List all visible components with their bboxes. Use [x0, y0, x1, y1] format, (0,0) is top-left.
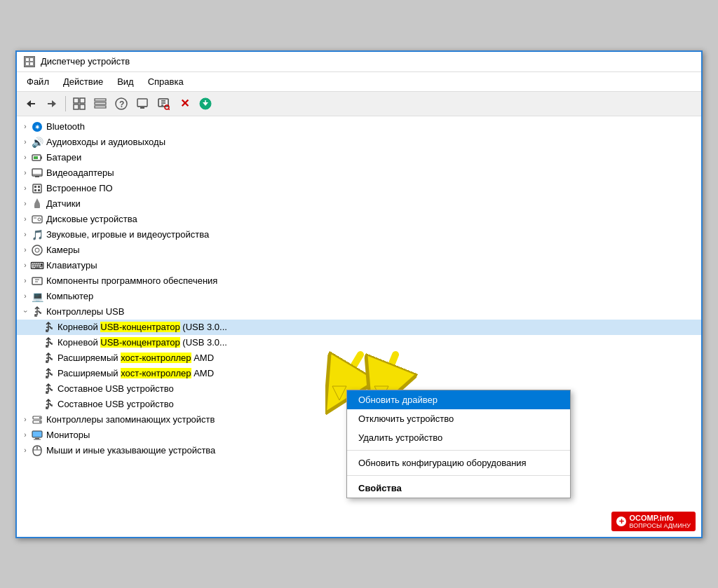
svg-point-52	[39, 421, 41, 423]
tree-label-amd-xhci2: Расширяемый хост-контроллер AMD	[57, 368, 214, 378]
svg-rect-46	[32, 278, 42, 285]
tree-item-software[interactable]: › Компоненты программного обеспечения	[17, 273, 701, 289]
download-button[interactable]	[196, 95, 215, 113]
amd1-icon	[42, 352, 55, 364]
back-button[interactable]	[21, 95, 41, 113]
tree-item-audio[interactable]: › 🔊 Аудиовходы и аудиовыходы	[17, 135, 701, 150]
tree-item-cameras[interactable]: › Камеры	[17, 242, 701, 258]
tree-item-sensors[interactable]: › Датчики	[17, 196, 701, 212]
usb-hub2-icon	[42, 336, 55, 349]
menu-action[interactable]: Действие	[57, 74, 109, 89]
list-button[interactable]	[90, 95, 110, 113]
sensors-icon	[31, 198, 43, 210]
svg-rect-7	[74, 104, 79, 109]
ctx-separator-2	[347, 475, 570, 476]
tree-item-sound[interactable]: › 🎵 Звуковые, игровые и видеоустройства	[17, 227, 701, 242]
remove-button[interactable]: ✕	[175, 95, 194, 113]
storage-icon	[31, 413, 43, 426]
title-text: Диспетчер устройств	[41, 56, 130, 67]
keyboards-icon: ⌨	[31, 259, 43, 272]
ctx-properties[interactable]: Свойства	[347, 479, 570, 498]
tree-item-usb-hub1[interactable]: Корневой USB-концентратор (USB 3.0...	[17, 320, 701, 335]
chevron-storage: ›	[20, 416, 31, 423]
tree-label-software: Компоненты программного обеспечения	[46, 275, 217, 286]
tree-item-amd-xhci1[interactable]: Расширяемый хост-контроллер AMD	[17, 350, 701, 366]
usb-icon	[31, 306, 43, 318]
watermark-subtitle: ВОПРОСЫ АДМИНУ	[629, 522, 691, 529]
svg-rect-4	[30, 62, 33, 65]
svg-rect-3	[26, 62, 29, 65]
chevron-bluetooth: ›	[20, 123, 31, 130]
chevron-cameras: ›	[20, 246, 31, 254]
tree-item-keyboards[interactable]: › ⌨ Клавиатуры	[17, 258, 701, 273]
tree-item-bluetooth[interactable]: › ✴ Bluetooth	[17, 119, 701, 135]
tree-item-disk[interactable]: › Дисковые устройства	[17, 212, 701, 227]
mice-icon	[31, 444, 43, 457]
tree-item-display[interactable]: › Видеоадаптеры	[17, 165, 701, 181]
tree-label-monitors: Мониторы	[46, 430, 90, 440]
menu-bar: Файл Действие Вид Справка	[17, 72, 701, 92]
svg-rect-9	[95, 99, 106, 101]
disk-icon	[31, 213, 43, 226]
chevron-disk: ›	[20, 215, 31, 223]
firmware-icon	[31, 182, 43, 195]
context-menu: Обновить драйвер Отключить устройство Уд…	[346, 390, 571, 498]
tree-item-batteries[interactable]: › Батареи	[17, 150, 701, 165]
tree-label-sensors: Датчики	[46, 198, 81, 209]
menu-help[interactable]: Справка	[142, 74, 189, 89]
title-icon	[24, 56, 35, 67]
usb-hub1-icon	[42, 321, 55, 334]
svg-point-58	[36, 447, 38, 449]
chevron-monitors: ›	[20, 431, 31, 439]
forward-button[interactable]	[42, 95, 62, 113]
tree-item-firmware[interactable]: › Встроенное ПО	[17, 181, 701, 196]
tree-label-composite2: Составное USB устройство	[57, 399, 174, 409]
svg-rect-30	[34, 156, 38, 159]
svg-rect-35	[34, 186, 36, 188]
toolbar: ? ✕	[17, 92, 701, 116]
amd2-icon	[42, 367, 55, 380]
comp1-icon	[42, 383, 55, 395]
monitors-icon	[31, 429, 43, 442]
tree-label-display: Видеоадаптеры	[46, 167, 114, 178]
ctx-update-driver[interactable]: Обновить драйвер	[347, 390, 570, 409]
comp2-icon	[42, 398, 55, 411]
menu-file[interactable]: Файл	[21, 74, 55, 89]
computer-icon: 💻	[31, 290, 43, 303]
svg-rect-33	[35, 176, 39, 177]
title-bar: Диспетчер устройств	[17, 52, 701, 72]
svg-rect-55	[34, 439, 41, 439]
svg-rect-16	[140, 107, 144, 109]
device-view-button[interactable]	[133, 95, 152, 113]
tree-label-disk: Дисковые устройства	[46, 214, 137, 224]
watermark-title: OCOMP.info	[629, 514, 691, 522]
tree-item-amd-xhci2[interactable]: Расширяемый хост-контроллер AMD	[17, 366, 701, 381]
svg-marker-40	[34, 198, 40, 204]
svg-rect-1	[26, 58, 29, 61]
tree-item-computer[interactable]: › 💻 Компьютер	[17, 289, 701, 304]
toolbar-sep-1	[65, 96, 66, 111]
tree-label-storage: Контроллеры запоминающих устройств	[46, 414, 215, 425]
chevron-computer: ›	[20, 292, 31, 300]
menu-view[interactable]: Вид	[111, 74, 140, 89]
svg-point-45	[35, 248, 39, 252]
sound-icon: 🎵	[31, 228, 43, 241]
help-button[interactable]: ?	[111, 95, 131, 113]
svg-rect-5	[74, 98, 79, 103]
tree-item-usb-hub2[interactable]: Корневой USB-концентратор (USB 3.0...	[17, 335, 701, 350]
tree-label-batteries: Батареи	[46, 152, 81, 163]
ctx-disable-device[interactable]: Отключить устройство	[347, 409, 570, 428]
overview-button[interactable]	[69, 95, 89, 113]
tree-item-usb-controllers[interactable]: › Контроллеры USB	[17, 304, 701, 320]
chevron-batteries: ›	[20, 153, 31, 161]
tree-label-computer: Компьютер	[46, 291, 93, 301]
ctx-uninstall-device[interactable]: Удалить устройство	[347, 428, 570, 447]
tree-label-composite1: Составное USB устройство	[57, 383, 174, 394]
svg-rect-38	[38, 189, 40, 191]
svg-point-42	[38, 218, 41, 221]
chevron-audio: ›	[20, 138, 31, 146]
scan-button[interactable]	[154, 95, 173, 113]
chevron-sound: ›	[20, 231, 31, 238]
tree-label-mice: Мыши и иные указывающие устройства	[46, 445, 215, 456]
ctx-scan-hardware[interactable]: Обновить конфигурацию оборудования	[347, 453, 570, 472]
